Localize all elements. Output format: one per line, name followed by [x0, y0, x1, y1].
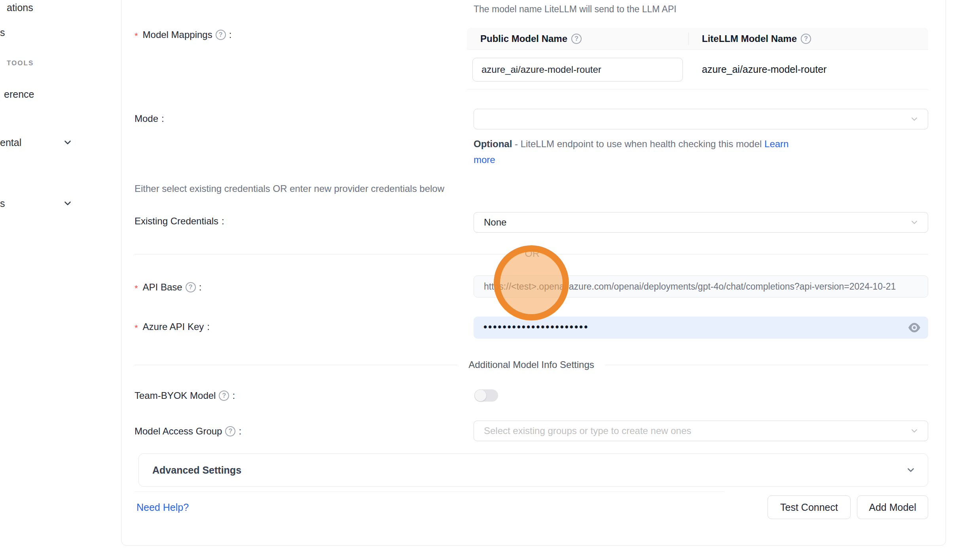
model-name-hint: The model name LiteLLM will send to the … [474, 4, 677, 15]
sidebar: ations s TOOLS erence ental s [0, 0, 121, 548]
table-row: azure_ai/azure-model-router [467, 50, 928, 89]
help-icon[interactable]: ? [186, 282, 196, 292]
sidebar-item-label: ental [0, 137, 21, 148]
label-colon: : [229, 29, 232, 40]
model-mappings-table: Public Model Name ? LiteLLM Model Name ?… [467, 28, 928, 89]
litellm-model-name-value: azure_ai/azure-model-router [688, 64, 826, 75]
table-header-row: Public Model Name ? LiteLLM Model Name ? [467, 28, 928, 50]
advanced-settings-panel[interactable]: Advanced Settings [138, 453, 928, 487]
team-byok-label: Team-BYOK Model ? : [135, 390, 235, 401]
azure-api-key-input[interactable]: •••••••••••••••••••••• [474, 317, 928, 339]
help-icon[interactable]: ? [571, 34, 582, 44]
required-mark: * [135, 323, 138, 333]
sidebar-item-1[interactable]: s [0, 27, 5, 38]
required-mark: * [135, 283, 138, 294]
chevron-down-icon [910, 426, 919, 436]
public-model-name-header: Public Model Name ? [467, 33, 688, 44]
mode-select[interactable] [474, 109, 928, 129]
eye-icon[interactable] [908, 322, 921, 333]
additional-info-divider-label: Additional Model Info Settings [457, 359, 605, 370]
sidebar-item-experimental[interactable]: ental [0, 137, 21, 148]
model-access-group-placeholder: Select existing groups or type to create… [484, 425, 691, 436]
sidebar-item-label: s [0, 27, 5, 38]
sidebar-item-organizations[interactable]: ations [7, 2, 33, 13]
sidebar-item-inference[interactable]: erence [4, 89, 34, 100]
mode-hint-text: - LiteLLM endpoint to use when health ch… [512, 138, 764, 149]
mode-hint-bold: Optional [474, 138, 512, 149]
column-separator [688, 32, 689, 45]
chevron-down-icon [906, 465, 916, 475]
chevron-down-icon[interactable] [63, 198, 73, 209]
or-divider-label: OR [510, 248, 554, 259]
sidebar-item-label: s [0, 198, 5, 209]
existing-credentials-label: Existing Credentials : [135, 216, 224, 227]
credentials-note: Either select existing credentials OR en… [135, 183, 444, 194]
help-icon[interactable]: ? [225, 426, 235, 436]
sidebar-item-label: ations [7, 2, 33, 13]
add-model-button[interactable]: Add Model [857, 495, 928, 519]
model-access-group-label: Model Access Group ? : [135, 426, 241, 437]
masked-api-key: •••••••••••••••••••••• [483, 321, 589, 333]
sidebar-section-tools: TOOLS [7, 59, 34, 67]
model-access-group-select[interactable]: Select existing groups or type to create… [474, 421, 928, 441]
help-icon[interactable]: ? [801, 34, 811, 44]
chevron-down-icon [910, 218, 919, 227]
advanced-settings-label: Advanced Settings [152, 465, 241, 476]
label-colon: : [161, 113, 164, 124]
chevron-down-icon [910, 114, 919, 124]
sidebar-item-4[interactable]: s [0, 198, 5, 209]
required-mark: * [135, 31, 138, 41]
label-colon: : [207, 321, 210, 332]
divider [135, 491, 724, 492]
label-colon: : [239, 426, 241, 437]
existing-credentials-select[interactable]: None [474, 212, 928, 233]
need-help-link[interactable]: Need Help? [136, 502, 189, 513]
api-base-input[interactable] [474, 275, 928, 298]
label-colon: : [222, 216, 224, 227]
sidebar-item-label: erence [4, 89, 34, 100]
label-colon: : [232, 390, 235, 401]
team-byok-toggle[interactable] [474, 389, 498, 402]
public-model-name-input[interactable] [472, 58, 683, 82]
test-connect-button[interactable]: Test Connect [768, 495, 851, 519]
azure-api-key-label: * Azure API Key : [135, 321, 210, 332]
toggle-knob [475, 390, 486, 401]
mode-hint: Optional - LiteLLM endpoint to use when … [474, 136, 806, 168]
help-icon[interactable]: ? [216, 30, 226, 40]
mode-label: Mode : [135, 113, 164, 124]
additional-info-divider: Additional Model Info Settings [135, 359, 928, 370]
existing-credentials-value: None [484, 217, 506, 228]
help-icon[interactable]: ? [219, 391, 229, 401]
chevron-down-icon[interactable] [63, 137, 73, 148]
litellm-model-name-header: LiteLLM Model Name ? [688, 33, 928, 44]
api-base-label: * API Base ? : [135, 282, 201, 293]
model-mappings-label: * Model Mappings ? : [135, 29, 231, 40]
label-colon: : [199, 282, 202, 293]
